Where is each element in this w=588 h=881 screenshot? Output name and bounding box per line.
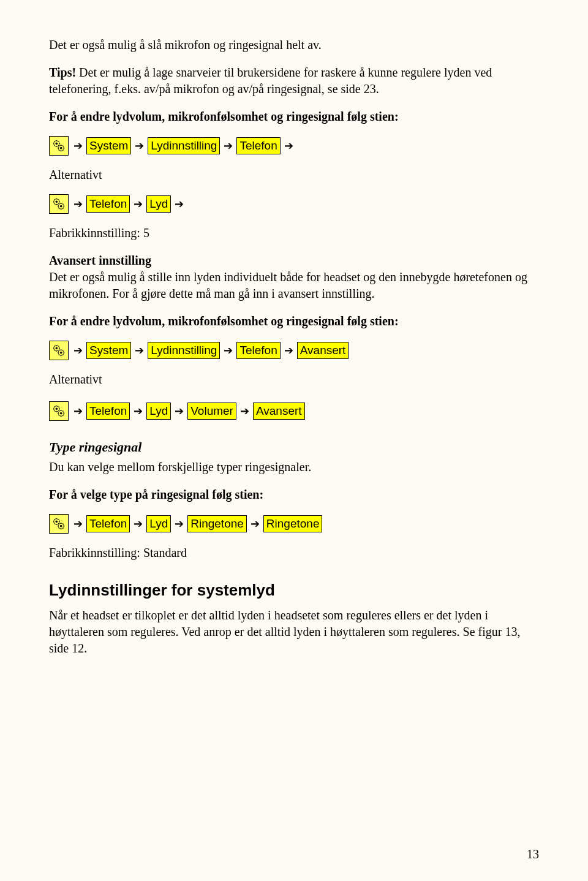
systemlyd-heading: Lydinnstillinger for systemlyd bbox=[49, 580, 539, 601]
arrow-icon: ➔ bbox=[135, 343, 144, 358]
path-heading-2: For å endre lydvolum, mikrofonfølsomhet … bbox=[49, 313, 539, 330]
path-heading-1: For å endre lydvolum, mikrofonfølsomhet … bbox=[49, 108, 539, 125]
alternativt-label-2: Alternativt bbox=[49, 371, 539, 388]
path-5: ➔ Telefon ➔ Lyd ➔ Ringetone ➔ Ringetone bbox=[49, 514, 539, 534]
path-chip: System bbox=[86, 137, 131, 154]
path-chip: Telefon bbox=[86, 403, 130, 420]
systemlyd-text: Når et headset er tilkoplet er det allti… bbox=[49, 607, 539, 657]
path-chip: Telefon bbox=[236, 342, 280, 359]
path-chip: Lyd bbox=[146, 403, 171, 420]
type-ringesignal-heading: Type ringesignal bbox=[49, 438, 539, 456]
path-4: ➔ Telefon ➔ Lyd ➔ Volumer ➔ Avansert bbox=[49, 401, 539, 421]
path-chip: Avansert bbox=[297, 342, 349, 359]
arrow-icon: ➔ bbox=[224, 343, 233, 358]
path-3: ➔ System ➔ Lydinnstilling ➔ Telefon ➔ Av… bbox=[49, 341, 539, 360]
arrow-icon: ➔ bbox=[74, 197, 83, 211]
arrow-icon: ➔ bbox=[134, 516, 143, 531]
gear-icon bbox=[49, 136, 69, 156]
arrow-icon: ➔ bbox=[251, 516, 260, 531]
arrow-icon: ➔ bbox=[175, 197, 184, 211]
path-chip: Lyd bbox=[146, 515, 171, 532]
arrow-icon: ➔ bbox=[74, 138, 83, 153]
path-chip: Volumer bbox=[187, 403, 236, 420]
path-chip: Lydinnstilling bbox=[148, 342, 220, 359]
path-chip: Lydinnstilling bbox=[148, 137, 220, 154]
arrow-icon: ➔ bbox=[134, 404, 143, 418]
path-chip: Avansert bbox=[253, 403, 305, 420]
path-2: ➔ Telefon ➔ Lyd ➔ bbox=[49, 194, 539, 214]
arrow-icon: ➔ bbox=[175, 516, 184, 531]
path-chip: Lyd bbox=[146, 195, 171, 213]
alternativt-label: Alternativt bbox=[49, 167, 539, 183]
fabrikk-2: Fabrikkinnstilling: Standard bbox=[49, 545, 539, 561]
path-1: ➔ System ➔ Lydinnstilling ➔ Telefon ➔ bbox=[49, 136, 539, 156]
advanced-block: Avansert innstilling Det er også mulig å… bbox=[49, 252, 539, 302]
arrow-icon: ➔ bbox=[134, 197, 143, 211]
arrow-icon: ➔ bbox=[175, 404, 184, 418]
path-chip: Telefon bbox=[236, 137, 280, 154]
tips-paragraph: Tips! Det er mulig å lage snarveier til … bbox=[49, 64, 539, 97]
arrow-icon: ➔ bbox=[284, 138, 293, 153]
gear-icon bbox=[49, 341, 69, 360]
advanced-heading: Avansert innstilling bbox=[49, 254, 151, 267]
path-chip: Ringetone bbox=[263, 515, 323, 532]
arrow-icon: ➔ bbox=[74, 343, 83, 358]
tips-body: Det er mulig å lage snarveier til bruker… bbox=[49, 66, 492, 96]
arrow-icon: ➔ bbox=[240, 404, 249, 418]
gear-icon bbox=[49, 194, 69, 214]
gear-icon bbox=[49, 514, 69, 534]
arrow-icon: ➔ bbox=[135, 138, 144, 153]
arrow-icon: ➔ bbox=[284, 343, 293, 358]
arrow-icon: ➔ bbox=[74, 404, 83, 418]
path-chip: Ringetone bbox=[187, 515, 247, 532]
arrow-icon: ➔ bbox=[74, 516, 83, 531]
path-chip: System bbox=[86, 342, 131, 359]
advanced-text: Det er også mulig å stille inn lyden ind… bbox=[49, 270, 527, 300]
arrow-icon: ➔ bbox=[224, 138, 233, 153]
intro-text: Det er også mulig å slå mikrofon og ring… bbox=[49, 37, 539, 53]
type-ringesignal-text: Du kan velge mellom forskjellige typer r… bbox=[49, 459, 539, 475]
fabrikk-1: Fabrikkinnstilling: 5 bbox=[49, 225, 539, 241]
path-heading-3: For å velge type på ringesignal følg sti… bbox=[49, 486, 539, 503]
tips-label: Tips! bbox=[49, 66, 76, 79]
gear-icon bbox=[49, 401, 69, 421]
path-chip: Telefon bbox=[86, 195, 130, 213]
path-chip: Telefon bbox=[86, 515, 130, 532]
